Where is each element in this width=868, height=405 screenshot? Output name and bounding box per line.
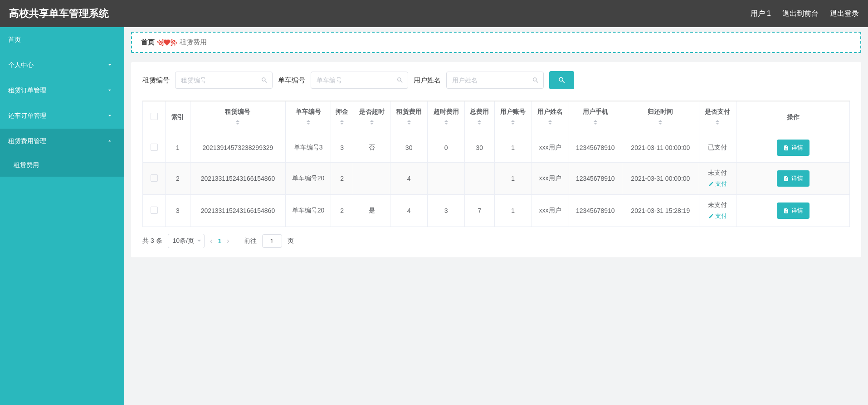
checkbox[interactable]: [151, 113, 158, 120]
sort-icon[interactable]: [444, 118, 448, 126]
col-header[interactable]: 是否超时: [353, 101, 390, 133]
sidebar-item[interactable]: 首页: [0, 27, 124, 53]
col-header[interactable]: 租赁编号: [190, 101, 286, 133]
page-number[interactable]: 1: [218, 237, 221, 245]
bike-no-input[interactable]: [311, 72, 408, 89]
col-header[interactable]: 归还时间: [622, 101, 699, 133]
sort-icon[interactable]: [716, 118, 719, 126]
sidebar-item-label: 首页: [8, 36, 21, 44]
header-front[interactable]: 退出到前台: [782, 9, 819, 19]
breadcrumb-current: 租赁费用: [180, 38, 207, 47]
sort-icon[interactable]: [307, 118, 310, 126]
cell-deposit: 3: [331, 133, 353, 163]
cell-total: 30: [465, 133, 494, 163]
cell-paid: 未支付支付: [699, 195, 736, 227]
col-checkbox: [143, 101, 166, 133]
col-header[interactable]: 用户手机: [569, 101, 622, 133]
checkbox[interactable]: [151, 207, 158, 214]
sort-icon[interactable]: [407, 118, 411, 126]
search-icon: [261, 77, 268, 84]
sidebar-subitem[interactable]: 租赁费用: [0, 154, 124, 177]
cell-overtime: [353, 163, 390, 195]
cell-bike: 单车编号3: [285, 133, 331, 163]
cell-action: 详情: [736, 195, 850, 227]
cell-ret: 2021-03-11 00:00:00: [622, 133, 699, 163]
goto-suffix: 页: [288, 237, 294, 245]
checkbox[interactable]: [151, 144, 158, 151]
sidebar-item-label: 个人中心: [8, 61, 34, 69]
cell-overtime: 是: [353, 195, 390, 227]
breadcrumb-separator: ꧁❤꧂: [157, 39, 177, 46]
cell-rent: 202133115243166154860: [190, 195, 286, 227]
sidebar-item[interactable]: 租赁费用管理: [0, 129, 124, 154]
user-name-input[interactable]: [446, 72, 544, 89]
cell-checkbox: [143, 195, 166, 227]
sort-icon[interactable]: [478, 118, 481, 126]
pay-link[interactable]: 支付: [708, 180, 727, 188]
cell-paid: 未支付支付: [699, 163, 736, 195]
cell-total: [465, 163, 494, 195]
search-icon: [532, 77, 539, 84]
sort-icon[interactable]: [658, 118, 662, 126]
cell-uname: xxx用户: [532, 163, 569, 195]
col-header[interactable]: 是否支付: [699, 101, 736, 133]
col-header[interactable]: 单车编号: [285, 101, 331, 133]
col-header[interactable]: 超时费用: [428, 101, 465, 133]
main: 首页 ꧁❤꧂ 租赁费用 租赁编号单车编号用户姓名 索引租赁编号单车编号押金是否超…: [124, 27, 868, 405]
rent-no-input[interactable]: [175, 72, 273, 89]
search-button[interactable]: [549, 71, 574, 89]
cell-action: 详情: [736, 163, 850, 195]
header-right: 用户 1 退出到前台 退出登录: [751, 9, 859, 19]
table-header-row: 索引租赁编号单车编号押金是否超时租赁费用超时费用总费用用户账号用户姓名用户手机归…: [143, 101, 850, 133]
cell-checkbox: [143, 163, 166, 195]
col-header[interactable]: 押金: [331, 101, 353, 133]
col-header[interactable]: 总费用: [465, 101, 494, 133]
checkbox[interactable]: [151, 174, 158, 182]
goto-prefix: 前往: [244, 237, 257, 245]
filter-label: 单车编号: [278, 76, 305, 85]
sidebar-item[interactable]: 租赁订单管理: [0, 78, 124, 103]
prev-page[interactable]: ‹: [210, 237, 212, 245]
sidebar-item[interactable]: 个人中心: [0, 53, 124, 78]
sort-icon[interactable]: [511, 118, 515, 126]
data-table: 索引租赁编号单车编号押金是否超时租赁费用超时费用总费用用户账号用户姓名用户手机归…: [142, 101, 850, 227]
detail-button[interactable]: 详情: [777, 140, 809, 156]
sort-icon[interactable]: [340, 118, 344, 126]
detail-button[interactable]: 详情: [777, 202, 809, 219]
page-size-select[interactable]: 10条/页: [168, 234, 205, 248]
cell-otfee: 3: [428, 195, 465, 227]
pay-link[interactable]: 支付: [708, 212, 727, 220]
cell-action: 详情: [736, 133, 850, 163]
sort-icon[interactable]: [548, 118, 552, 126]
cell-overtime: 否: [353, 133, 390, 163]
sidebar-item[interactable]: 还车订单管理: [0, 103, 124, 129]
sort-icon[interactable]: [370, 118, 374, 126]
cell-idx: 3: [166, 195, 190, 227]
pay-status: 已支付: [708, 144, 727, 152]
pay-status: 未支付: [708, 169, 727, 177]
cell-uname: xxx用户: [532, 133, 569, 163]
detail-button[interactable]: 详情: [777, 170, 809, 187]
cell-phone: 12345678910: [569, 195, 622, 227]
cell-rent: 20213914573238299329: [190, 133, 286, 163]
goto-input[interactable]: [262, 234, 282, 248]
next-page[interactable]: ›: [227, 237, 229, 245]
sidebar-item-label: 还车订单管理: [8, 112, 46, 120]
header-logout[interactable]: 退出登录: [830, 9, 859, 19]
col-header[interactable]: 用户账号: [494, 101, 532, 133]
col-header[interactable]: 租赁费用: [390, 101, 428, 133]
chevron-down-icon: [107, 62, 113, 69]
chevron-down-icon: [107, 87, 113, 95]
content-panel: 租赁编号单车编号用户姓名 索引租赁编号单车编号押金是否超时租赁费用超时费用总费用…: [131, 62, 861, 257]
col-header[interactable]: 用户姓名: [532, 101, 569, 133]
cell-ret: 2021-03-31 15:28:19: [622, 195, 699, 227]
table-row: 120213914573238299329单车编号33否300301xxx用户1…: [143, 133, 850, 163]
cell-deposit: 2: [331, 195, 353, 227]
search-icon: [396, 77, 404, 84]
sort-icon[interactable]: [236, 118, 239, 126]
header-user[interactable]: 用户 1: [751, 9, 771, 19]
sort-icon[interactable]: [594, 118, 597, 126]
sidebar-item-label: 租赁费用管理: [8, 137, 46, 145]
pay-status: 未支付: [708, 201, 727, 209]
breadcrumb-home[interactable]: 首页: [141, 38, 155, 47]
